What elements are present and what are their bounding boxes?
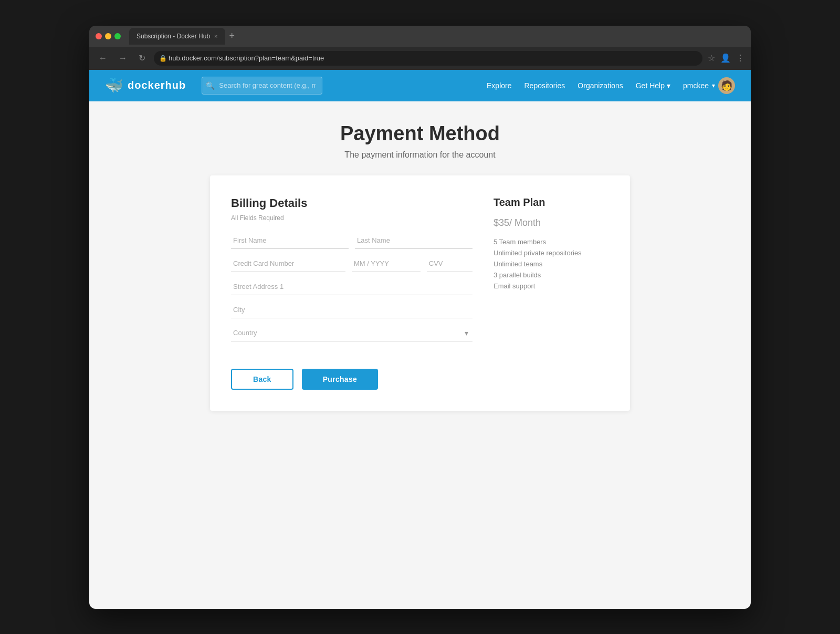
tab-title: Subscription - Docker Hub [136,33,210,40]
back-nav-button[interactable]: ← [96,51,110,65]
close-traffic-light[interactable] [96,33,102,39]
docker-logo: 🐳 dockerhub [105,77,186,94]
expiry-input[interactable] [352,255,421,272]
nav-explore[interactable]: Explore [487,81,511,90]
plan-details: Team Plan $35/ Month 5 Team members Unli… [494,196,609,348]
plan-feature-2: Unlimited teams [494,260,609,268]
plan-feature-0: 5 Team members [494,238,609,246]
lock-icon: 🔒 [159,55,167,62]
purchase-button[interactable]: Purchase [302,369,378,390]
plan-name: Team Plan [494,196,609,209]
address-input[interactable] [154,51,702,66]
city-input[interactable] [231,302,472,318]
country-select-wrapper: Country United States United Kingdom Can… [231,325,472,341]
plan-features: 5 Team members Unlimited private reposit… [494,238,609,290]
docker-logo-text: dockerhub [128,79,186,91]
street-input[interactable] [231,278,472,295]
expiry-field [352,255,421,272]
address-bar: ← → ↻ 🔒 ☆ 👤 ⋮ [89,47,751,70]
street-field [231,278,472,295]
active-tab[interactable]: Subscription - Docker Hub × [129,28,225,45]
page-header: Payment Method The payment information f… [100,122,740,160]
help-chevron-icon: ▾ [667,81,670,90]
menu-icon[interactable]: ⋮ [736,53,744,63]
name-row [231,232,472,249]
maximize-traffic-light[interactable] [114,33,121,39]
plan-feature-3: 3 parallel builds [494,271,609,279]
first-name-input[interactable] [231,232,349,249]
reload-nav-button[interactable]: ↻ [135,51,149,65]
billing-details-heading: Billing Details [231,196,472,210]
tab-bar: Subscription - Docker Hub × + [129,28,744,45]
city-row [231,302,472,318]
minimize-traffic-light[interactable] [105,33,111,39]
last-name-input[interactable] [355,232,472,249]
card-row [231,255,472,272]
country-row: Country United States United Kingdom Can… [231,325,472,341]
plan-price-amount: $35 [494,217,509,228]
nav-username: pmckee [683,81,709,90]
country-select[interactable]: Country United States United Kingdom Can… [231,325,472,341]
billing-card: Billing Details All Fields Required [210,175,630,411]
nav-search-input[interactable] [202,77,322,95]
nav-organizations[interactable]: Organizations [578,81,623,90]
back-button[interactable]: Back [231,369,293,390]
traffic-lights [96,33,121,39]
new-tab-button[interactable]: + [227,30,237,41]
forward-nav-button[interactable]: → [116,51,130,65]
nav-search-wrapper: 🔍 [202,77,322,95]
nav-repositories[interactable]: Repositories [524,81,565,90]
city-field [231,302,472,318]
title-bar: Subscription - Docker Hub × + [89,26,751,47]
nav-get-help[interactable]: Get Help ▾ [636,81,670,90]
billing-form: Billing Details All Fields Required [231,196,472,348]
country-field: Country United States United Kingdom Can… [231,325,472,341]
credit-card-input[interactable] [231,255,345,272]
nav-search-icon: 🔍 [206,81,215,90]
page-title: Payment Method [100,122,740,145]
plan-price-period: / Month [509,217,541,228]
tab-close-icon[interactable]: × [214,33,217,39]
card-footer: Back Purchase [231,369,609,390]
page-content: 🐳 dockerhub 🔍 Explore Repositories Organ… [89,70,751,609]
docker-nav: 🐳 dockerhub 🔍 Explore Repositories Organ… [89,70,751,101]
nav-links: Explore Repositories Organizations Get H… [487,77,735,94]
main-page: Payment Method The payment information f… [89,101,751,609]
plan-feature-1: Unlimited private repositories [494,249,609,257]
plan-price: $35/ Month [494,212,609,230]
address-wrapper: 🔒 [154,51,702,66]
user-avatar[interactable]: 🧑 [718,77,735,94]
browser-window: Subscription - Docker Hub × + ← → ↻ 🔒 ☆ … [89,26,751,609]
fields-required-label: All Fields Required [231,214,472,222]
billing-body: Billing Details All Fields Required [231,196,609,348]
profile-icon[interactable]: 👤 [720,53,731,63]
first-name-field [231,232,349,249]
last-name-field [355,232,472,249]
street-row [231,278,472,295]
cvv-field [427,255,472,272]
plan-feature-4: Email support [494,282,609,290]
bookmark-icon[interactable]: ☆ [708,53,715,63]
cvv-input[interactable] [427,255,472,272]
page-subtitle: The payment information for the account [100,150,740,160]
nav-user[interactable]: pmckee ▾ 🧑 [683,77,735,94]
docker-logo-icon: 🐳 [105,77,123,94]
credit-card-field [231,255,345,272]
user-chevron-icon: ▾ [712,82,715,89]
